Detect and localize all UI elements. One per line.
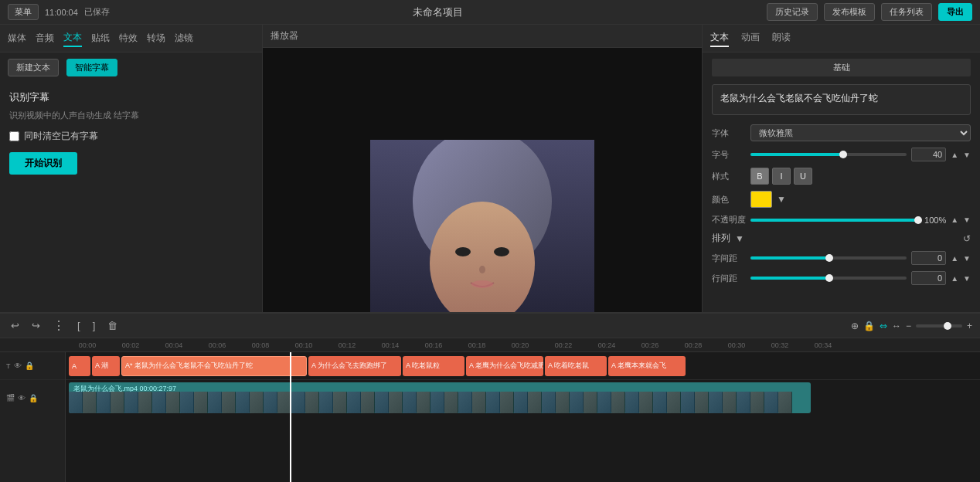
zoom-in-icon[interactable]: +: [967, 321, 972, 331]
opacity-stepper-down[interactable]: ▼: [963, 216, 971, 224]
tab-text[interactable]: 文本: [63, 29, 82, 47]
subtitle-track-icon-eye[interactable]: 👁: [14, 362, 22, 370]
svg-point-3: [455, 247, 471, 256]
snap-icon[interactable]: ⊕: [851, 321, 859, 331]
menu-button[interactable]: 菜单: [8, 4, 39, 20]
font-row: 字体 微软雅黑Arial宋体: [712, 124, 971, 141]
video-track-eye[interactable]: 👁: [18, 394, 26, 402]
video-track-lock[interactable]: 🔒: [29, 394, 38, 402]
font-select[interactable]: 微软雅黑Arial宋体: [750, 124, 971, 141]
mark-2: 00:04: [152, 341, 196, 349]
letter-spacing-stepper-down[interactable]: ▼: [963, 254, 971, 263]
subtitle-clip-2[interactable]: A 潮: [92, 356, 120, 376]
underline-button[interactable]: U: [794, 168, 812, 185]
smart-subtitle-button[interactable]: 智能字幕: [66, 59, 117, 76]
svg-point-2: [430, 202, 535, 325]
subtitle-clip-3[interactable]: A* 老鼠为什么会飞老鼠不会飞吃仙丹了蛇: [121, 356, 307, 376]
font-label: 字体: [712, 127, 750, 139]
tab-animation[interactable]: 动画: [741, 29, 760, 47]
color-control: ▼: [750, 191, 971, 208]
export-button[interactable]: 导出: [938, 3, 972, 21]
mark-9: 00:18: [455, 341, 499, 349]
arrange-header: 排列 ▼ ↺: [712, 232, 971, 245]
undo-button[interactable]: ↩: [8, 318, 22, 333]
size-stepper-down[interactable]: ▼: [963, 151, 971, 159]
video-clip[interactable]: 老鼠为什么会飞.mp4 00:00:27:97: [69, 382, 811, 413]
line-spacing-slider[interactable]: [750, 277, 907, 280]
subtitle-clip-8[interactable]: A 老鹰本来就会飞: [608, 356, 686, 376]
video-track-label: 🎬 👁 🔒: [0, 380, 65, 416]
tab-transition[interactable]: 转场: [147, 30, 165, 46]
new-text-button[interactable]: 新建文本: [8, 59, 59, 76]
tasks-button[interactable]: 任务列表: [881, 3, 932, 21]
lock-icon[interactable]: 🔒: [863, 321, 875, 331]
opacity-stepper-up[interactable]: ▲: [951, 216, 958, 224]
tab-filter[interactable]: 滤镜: [175, 30, 193, 46]
subtitle-track-icon-t: T: [6, 362, 11, 370]
opacity-value: 100%: [924, 216, 946, 225]
zoom-slider[interactable]: [916, 324, 962, 328]
subtitle-clip-1[interactable]: A: [69, 356, 90, 376]
sync-checkbox-row: 同时清空已有字幕: [9, 130, 253, 143]
topbar-left: 菜单 11:00:04 已保存: [8, 4, 110, 20]
arrange-dropdown-icon[interactable]: ▼: [735, 233, 744, 244]
sync-checkbox[interactable]: [9, 131, 19, 141]
opacity-slider[interactable]: [750, 219, 920, 222]
trim-start-button[interactable]: [: [74, 318, 83, 333]
playhead[interactable]: [290, 352, 291, 482]
svg-point-5: [479, 266, 485, 273]
line-spacing-stepper-down[interactable]: ▼: [963, 274, 971, 283]
mark-8: 00:16: [412, 341, 455, 349]
split-button[interactable]: ⋮: [49, 317, 68, 334]
letter-spacing-row: 字间距 ▲ ▼: [712, 251, 971, 265]
letter-spacing-slider[interactable]: [750, 256, 907, 260]
size-slider[interactable]: [750, 153, 907, 156]
history-button[interactable]: 历史记录: [767, 3, 818, 21]
auto-scroll-icon[interactable]: ↔: [892, 321, 901, 331]
subtitle-clip-6[interactable]: A 老鹰为什么会飞吃减肥: [466, 356, 543, 376]
sync-checkbox-label: 同时清空已有字幕: [24, 130, 98, 143]
save-status: 已保存: [84, 6, 110, 18]
size-stepper-up[interactable]: ▲: [951, 151, 958, 159]
timeline-toolbar: ↩ ↪ ⋮ [ ] 🗑 ⊕ 🔒 ⇔ ↔ − +: [0, 314, 980, 338]
redo-button[interactable]: ↪: [29, 318, 43, 333]
mark-7: 00:14: [369, 341, 412, 349]
line-spacing-input[interactable]: [911, 271, 946, 285]
start-recognize-button[interactable]: 开始识别: [9, 152, 77, 175]
timeline-ruler: 00:00 00:02 00:04 00:06 00:08 00:10 00:1…: [0, 338, 980, 352]
mark-4: 00:08: [239, 341, 282, 349]
preview-header: 播放器: [263, 25, 702, 48]
link-icon[interactable]: ⇔: [880, 321, 887, 331]
delete-button[interactable]: 🗑: [104, 318, 121, 333]
color-swatch[interactable]: [750, 191, 772, 208]
size-input[interactable]: [911, 148, 946, 161]
project-title: 未命名项目: [413, 5, 463, 19]
tab-effects[interactable]: 特效: [119, 30, 138, 46]
mark-12: 00:24: [585, 341, 628, 349]
tab-tts[interactable]: 朗读: [772, 29, 791, 47]
tab-text-props[interactable]: 文本: [710, 29, 729, 47]
zoom-out-icon[interactable]: −: [906, 321, 911, 331]
subtitle-track-icon-lock[interactable]: 🔒: [25, 362, 34, 370]
bold-button[interactable]: B: [750, 168, 769, 185]
subtitle-clip-4[interactable]: A 为什么会飞去跑跑绑了: [308, 356, 401, 376]
letter-spacing-stepper-up[interactable]: ▲: [951, 254, 958, 263]
mark-17: 00:34: [801, 341, 845, 349]
subtitle-clip-7[interactable]: A 吃着吃老鼠: [545, 356, 607, 376]
publish-button[interactable]: 发布模板: [824, 3, 875, 21]
nav-tabs: 媒体 音频 文本 贴纸 特效 转场 滤镜: [0, 25, 262, 53]
trim-end-button[interactable]: ]: [90, 318, 99, 333]
style-control: B I U: [750, 168, 971, 185]
tab-sticker[interactable]: 贴纸: [91, 30, 110, 46]
tab-media[interactable]: 媒体: [8, 30, 26, 46]
tab-audio[interactable]: 音频: [36, 30, 54, 46]
letter-spacing-input[interactable]: [911, 251, 946, 265]
line-spacing-stepper-up[interactable]: ▲: [951, 274, 958, 283]
refresh-button[interactable]: ↺: [963, 233, 971, 244]
subtitle-clip-5[interactable]: A 吃老鼠粒: [403, 356, 464, 376]
text-preview-box[interactable]: 老鼠为什么会飞老鼠不会飞吃仙丹了蛇: [712, 84, 971, 115]
topbar-right: 历史记录 发布模板 任务列表 导出: [767, 3, 972, 21]
italic-button[interactable]: I: [772, 168, 791, 185]
current-time: 11:00:04: [45, 8, 78, 17]
color-dropdown-icon[interactable]: ▼: [777, 194, 786, 205]
